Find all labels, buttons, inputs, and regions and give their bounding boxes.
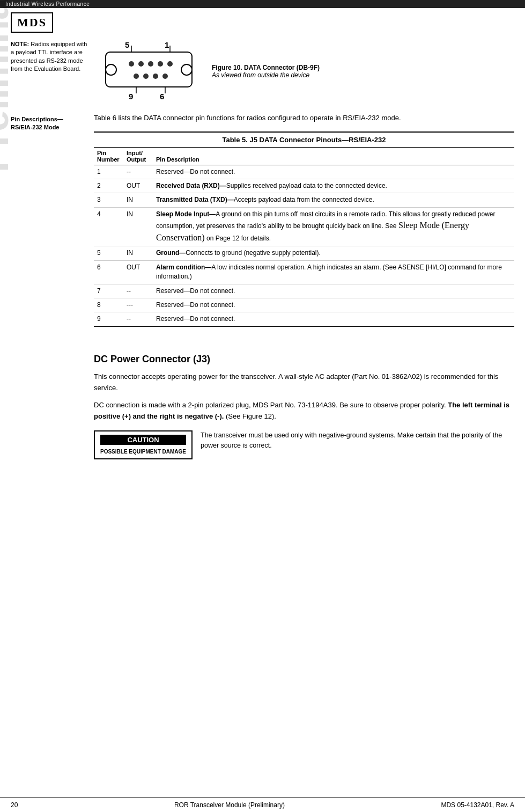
cell-pin-5: 6 — [94, 260, 123, 284]
pin-table: PinNumber Input/Output Pin Description 1… — [94, 148, 514, 327]
table-row: 8---Reserved—Do not connect. — [94, 298, 514, 312]
dc-para2-part1: DC connection is made with a 2-pin polar… — [94, 401, 448, 409]
svg-rect-0 — [106, 52, 192, 87]
cell-io-5: OUT — [123, 260, 153, 284]
cell-pin-1: 2 — [94, 179, 123, 193]
table-body: 1--Reserved—Do not connect.2OUTReceived … — [94, 165, 514, 326]
cell-io-3: IN — [123, 207, 153, 246]
header-text: Industrial Wireless Performance — [5, 1, 90, 7]
footer: 20 ROR Transceiver Module (Preliminary) … — [0, 798, 525, 812]
pin-desc-intro: Table 6 lists the DATA connector pin fun… — [94, 113, 514, 123]
caution-container: CAUTION POSSIBLE EQUIPMENT DAMAGE The tr… — [94, 430, 514, 459]
cell-desc-4: Ground—Connects to ground (negative supp… — [153, 246, 514, 260]
mds-logo: MDS — [11, 12, 53, 33]
caution-box: CAUTION POSSIBLE EQUIPMENT DAMAGE — [94, 430, 193, 459]
table-container: Table 5. J5 DATA Connector Pinouts—RS/EI… — [94, 131, 514, 327]
connector-diagram: 5 1 9 6 — [99, 40, 198, 102]
pin-desc-main: Pin Descriptions— RS/EIA-232 Mode Table … — [0, 110, 525, 343]
cell-desc-2: Transmitted Data (TXD)—Accepts payload d… — [153, 193, 514, 207]
svg-point-11 — [162, 74, 168, 79]
pin-label-9: 9 — [129, 92, 133, 101]
pin-desc-sidebar: Pin Descriptions— RS/EIA-232 Mode — [11, 113, 94, 338]
dc-power-heading: DC Power Connector (J3) — [94, 354, 514, 365]
pin-label-1: 1 — [165, 40, 169, 49]
cell-io-1: OUT — [123, 179, 153, 193]
logo-area: MDS — [0, 8, 525, 35]
svg-point-7 — [167, 61, 173, 67]
cell-io-2: IN — [123, 193, 153, 207]
caution-text: The transceiver must be used only with n… — [201, 430, 514, 451]
cell-desc-6: Reserved—Do not connect. — [153, 284, 514, 298]
cell-io-4: IN — [123, 246, 153, 260]
note-label: NOTE: — [11, 41, 29, 47]
svg-point-6 — [158, 61, 163, 67]
cell-io-6: -- — [123, 284, 153, 298]
cell-io-0: -- — [123, 165, 153, 179]
cell-desc-7: Reserved—Do not connect. — [153, 298, 514, 312]
left-note-area: NOTE: Radios equipped with a payload TTL… — [11, 40, 94, 107]
header-bar: Industrial Wireless Performance — [0, 0, 525, 8]
note-box: NOTE: Radios equipped with a payload TTL… — [11, 40, 88, 74]
svg-point-5 — [148, 61, 153, 67]
table-header-row: PinNumber Input/Output Pin Description — [94, 148, 514, 165]
footer-center: ROR Transceiver Module (Preliminary) — [174, 801, 285, 809]
col-header-desc: Pin Description — [153, 148, 514, 165]
col-header-io: Input/Output — [123, 148, 153, 165]
dc-power-para2: DC connection is made with a 2-pin polar… — [94, 400, 514, 422]
svg-point-4 — [138, 61, 144, 67]
cell-desc-8: Reserved—Do not connect. — [153, 312, 514, 326]
table-row: 2OUTReceived Data (RXD)—Supplies receive… — [94, 179, 514, 193]
caution-sub: POSSIBLE EQUIPMENT DAMAGE — [100, 449, 186, 455]
table-row: 1--Reserved—Do not connect. — [94, 165, 514, 179]
svg-point-3 — [129, 61, 134, 67]
table-row: 6OUTAlarm condition—A low indicates norm… — [94, 260, 514, 284]
table-row: 4INSleep Mode Input—A ground on this pin… — [94, 207, 514, 246]
table-row: 5INGround—Connects to ground (negative s… — [94, 246, 514, 260]
figure-area: 5 1 9 6 Figure 10. DATA Connector (DB-9F… — [94, 40, 514, 107]
cell-desc-0: Reserved—Do not connect. — [153, 165, 514, 179]
cell-pin-0: 1 — [94, 165, 123, 179]
cell-pin-7: 8 — [94, 298, 123, 312]
top-section: NOTE: Radios equipped with a payload TTL… — [0, 35, 525, 110]
cell-pin-3: 4 — [94, 207, 123, 246]
figure-title: Figure 10. DATA Connector (DB-9F) — [212, 64, 320, 71]
page-container: Industrial Wireless Performance MDS Prel… — [0, 0, 525, 812]
dc-power-sidebar — [11, 343, 94, 467]
figure-subtitle: As viewed from outside the device — [212, 71, 320, 79]
footer-page-num: 20 — [11, 801, 18, 809]
svg-point-10 — [153, 74, 158, 79]
pin-desc-intro-text: Table 6 lists the DATA connector pin fun… — [94, 114, 401, 122]
svg-point-8 — [134, 74, 139, 79]
footer-right: MDS 05-4132A01, Rev. A — [441, 801, 514, 809]
figure-caption: Figure 10. DATA Connector (DB-9F) As vie… — [212, 64, 320, 79]
svg-point-1 — [106, 64, 116, 75]
svg-point-2 — [181, 64, 192, 75]
svg-point-9 — [143, 74, 149, 79]
caution-title: CAUTION — [100, 435, 186, 445]
table-title: Table 5. J5 DATA Connector Pinouts—RS/EI… — [94, 131, 514, 148]
cell-desc-1: Received Data (RXD)—Supplies received pa… — [153, 179, 514, 193]
cell-pin-6: 7 — [94, 284, 123, 298]
connector-svg — [99, 40, 198, 102]
table-row: 9--Reserved—Do not connect. — [94, 312, 514, 326]
pin-label-5: 5 — [125, 40, 129, 49]
cell-io-7: --- — [123, 298, 153, 312]
col-header-pin: PinNumber — [94, 148, 123, 165]
table-row: 7--Reserved—Do not connect. — [94, 284, 514, 298]
cell-io-8: -- — [123, 312, 153, 326]
dc-para2-end: (See Figure 12). — [224, 412, 276, 420]
cell-desc-3: Sleep Mode Input—A ground on this pin tu… — [153, 207, 514, 246]
pin-desc-content: Table 6 lists the DATA connector pin fun… — [94, 113, 514, 338]
pin-desc-heading: Pin Descriptions— RS/EIA-232 Mode — [11, 115, 88, 132]
dc-power-section: DC Power Connector (J3) This connector a… — [0, 343, 525, 473]
dc-power-content: DC Power Connector (J3) This connector a… — [94, 343, 514, 467]
cell-pin-4: 5 — [94, 246, 123, 260]
pin-desc-heading-line2: RS/EIA-232 Mode — [11, 124, 59, 130]
dc-power-para1: This connector accepts operating power f… — [94, 371, 514, 394]
pin-desc-heading-line1: Pin Descriptions— — [11, 116, 63, 122]
cell-pin-8: 9 — [94, 312, 123, 326]
table-row: 3INTransmitted Data (TXD)—Accepts payloa… — [94, 193, 514, 207]
cell-desc-5: Alarm condition—A low indicates normal o… — [153, 260, 514, 284]
pin-label-6: 6 — [160, 92, 164, 101]
cell-pin-2: 3 — [94, 193, 123, 207]
